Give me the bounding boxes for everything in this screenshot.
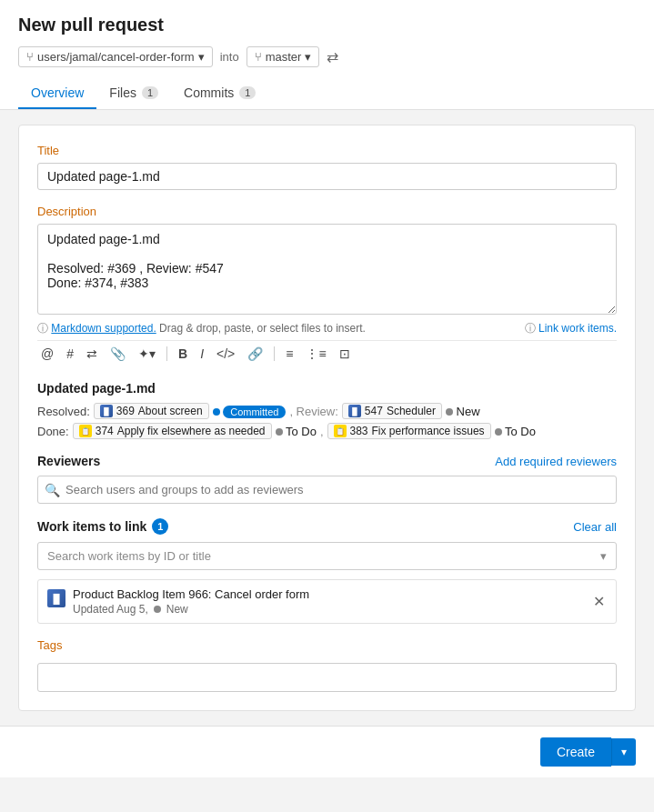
todo-label-374: To Do: [286, 425, 317, 438]
preview-section: Updated page-1.md Resolved: ▐▌ 369 About…: [37, 381, 617, 439]
toolbar-code-btn[interactable]: </>: [213, 345, 238, 363]
todo-status-374: To Do: [276, 425, 317, 438]
tab-files-label: Files: [109, 85, 136, 100]
tags-input[interactable]: [37, 663, 617, 692]
status-dot-committed: [213, 408, 220, 416]
status-dot-new-547: [446, 408, 453, 416]
tab-overview-label: Overview: [31, 85, 84, 100]
done-row: Done: 📋 374 Apply fix elsewhere as neede…: [37, 423, 617, 439]
work-item-icon-369: ▐▌: [100, 405, 113, 417]
separator-review: , Review:: [289, 405, 337, 418]
toolbar-divider-1: [166, 346, 167, 361]
page-title: New pull request: [18, 15, 636, 35]
status-dot-todo-374: [276, 428, 283, 436]
work-item-title-374: Apply fix elsewhere as needed: [117, 425, 266, 437]
target-branch-icon: ⑂: [255, 50, 262, 64]
swap-branches-icon[interactable]: ⇄: [327, 48, 338, 65]
tab-bar: Overview Files 1 Commits 1: [18, 78, 636, 109]
work-items-title: Work items to link 1: [37, 518, 168, 535]
linked-item-name: Product Backlog Item 966: Cancel order f…: [73, 587, 309, 601]
linked-item-meta: Updated Aug 5, New: [73, 603, 309, 616]
work-item-chip-374[interactable]: 📋 374 Apply fix elsewhere as needed: [73, 423, 272, 439]
source-branch-icon: ⑂: [26, 50, 34, 64]
toolbar-divider-2: [274, 346, 275, 361]
work-item-chip-383[interactable]: 📋 383 Fix performance issues: [327, 423, 491, 439]
tab-commits-label: Commits: [184, 85, 234, 100]
tags-label: Tags: [37, 638, 617, 652]
drag-drop-hint: Drag & drop, paste, or select files to i…: [159, 322, 366, 335]
resolved-label: Resolved:: [37, 405, 90, 418]
work-item-id-374: 374: [96, 425, 114, 437]
toolbar-ordered-list-btn[interactable]: ⋮≡: [302, 345, 329, 363]
reviewers-search-input[interactable]: [37, 476, 617, 504]
into-text: into: [220, 50, 239, 64]
toolbar-list-btn[interactable]: ≡: [282, 345, 297, 363]
toolbar-mention-btn[interactable]: @: [37, 345, 57, 363]
work-item-chip-547[interactable]: ▐▌ 547 Scheduler: [342, 403, 442, 419]
toolbar-attach-btn[interactable]: 📎: [106, 345, 129, 363]
separator-done: ,: [320, 425, 324, 438]
done-label: Done:: [37, 425, 69, 438]
target-branch-label: master: [266, 50, 302, 64]
source-branch-label: users/jamal/cancel-order-form: [37, 50, 195, 64]
work-item-title-369: About screen: [138, 405, 203, 417]
reviewers-title: Reviewers: [37, 454, 100, 468]
toolbar-bold-btn[interactable]: B: [175, 345, 191, 363]
reviewers-search-wrap: 🔍: [37, 476, 617, 504]
work-item-icon-374: 📋: [79, 425, 92, 437]
tab-files[interactable]: Files 1: [96, 78, 171, 109]
toolbar-task-list-btn[interactable]: ⊡: [336, 345, 354, 363]
work-items-search-dropdown[interactable]: Search work items by ID or title ▾: [37, 542, 617, 570]
preview-title: Updated page-1.md: [37, 381, 617, 396]
tab-commits-badge: 1: [239, 86, 256, 99]
tab-overview[interactable]: Overview: [18, 78, 96, 109]
link-work-items[interactable]: ⓘ Link work items.: [525, 321, 617, 336]
footer-bar: Create ▾: [0, 726, 654, 777]
linked-item-status: New: [166, 603, 188, 616]
markdown-link[interactable]: Markdown supported.: [51, 322, 156, 335]
work-item-title-383: Fix performance issues: [372, 425, 485, 437]
toolbar-italic-btn[interactable]: I: [196, 345, 207, 363]
toolbar-pr-btn[interactable]: ⇄: [83, 345, 101, 363]
work-item-chip-369[interactable]: ▐▌ 369 About screen: [94, 403, 209, 419]
link-work-items-label[interactable]: Link work items.: [538, 322, 617, 335]
linked-item-info: ▐▌ Product Backlog Item 966: Cancel orde…: [47, 587, 309, 616]
toolbar-emoji-btn[interactable]: ✦▾: [135, 345, 159, 363]
target-branch-chevron: ▾: [305, 50, 311, 64]
work-items-count-badge: 1: [152, 518, 168, 535]
linked-item-details: Product Backlog Item 966: Cancel order f…: [73, 587, 309, 616]
linked-item-status-dot: [154, 606, 161, 613]
clear-all-link[interactable]: Clear all: [573, 520, 617, 534]
tab-files-badge: 1: [142, 86, 158, 99]
description-textarea[interactable]: Updated page-1.md Resolved: #369 , Revie…: [37, 224, 617, 315]
create-button[interactable]: Create: [540, 737, 611, 767]
create-dropdown-button[interactable]: ▾: [611, 738, 636, 766]
title-input[interactable]: [37, 163, 617, 190]
work-items-section-header: Work items to link 1 Clear all: [37, 518, 617, 535]
committed-label: Committed: [223, 406, 286, 418]
editor-toolbar: @ # ⇄ 📎 ✦▾ B I </> 🔗 ≡ ⋮≡ ⊡: [37, 340, 617, 366]
branch-bar: ⑂ users/jamal/cancel-order-form ▾ into ⑂…: [18, 46, 636, 67]
add-required-reviewers-link[interactable]: Add required reviewers: [495, 455, 617, 468]
work-item-id-547: 547: [365, 405, 383, 417]
linked-item-icon: ▐▌: [47, 589, 65, 607]
reviewers-section-header: Reviewers Add required reviewers: [37, 454, 617, 468]
target-branch-selector[interactable]: ⑂ master ▾: [247, 46, 320, 67]
todo-status-383: To Do: [495, 425, 536, 438]
tags-section: Tags: [37, 638, 617, 692]
work-item-id-369: 369: [116, 405, 135, 417]
work-items-title-label: Work items to link: [37, 519, 146, 534]
source-branch-selector[interactable]: ⑂ users/jamal/cancel-order-form ▾: [18, 46, 213, 67]
tab-commits[interactable]: Commits 1: [171, 78, 268, 109]
work-items-search-placeholder: Search work items by ID or title: [47, 549, 211, 563]
toolbar-hash-btn[interactable]: #: [63, 345, 77, 363]
toolbar-link-btn[interactable]: 🔗: [244, 345, 267, 363]
work-items-search-wrap: Search work items by ID or title ▾: [37, 542, 617, 570]
reviewers-search-icon: 🔍: [45, 483, 60, 497]
work-item-icon-547: ▐▌: [348, 405, 361, 417]
new-label-547: New: [457, 405, 480, 418]
remove-work-item-button[interactable]: ✕: [591, 591, 607, 612]
linked-item-updated: Updated Aug 5,: [73, 603, 148, 616]
markdown-hint: ⓘ Markdown supported. Drag & drop, paste…: [37, 321, 366, 336]
resolved-row: Resolved: ▐▌ 369 About screen Committed …: [37, 403, 617, 419]
